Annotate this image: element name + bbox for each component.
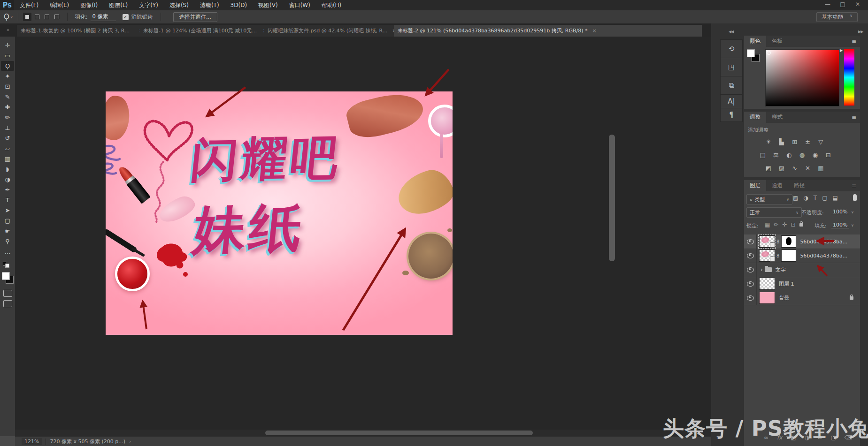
eyedropper-tool[interactable]: ✎ xyxy=(1,92,14,102)
layer-thumbnail[interactable] xyxy=(759,278,775,290)
toolbar-expand-icon[interactable]: » xyxy=(7,27,9,32)
workspace-switcher[interactable]: 基本功能 ∨ xyxy=(816,12,858,22)
zoom-tool[interactable]: ⚲ xyxy=(1,236,14,246)
group-disclosure-icon[interactable]: › xyxy=(760,266,763,273)
doc-tab-2[interactable]: 未标题-1 @ 124% (全场通用 满100元 减10元, R... × xyxy=(139,25,271,37)
panel-menu-icon[interactable]: ≡ xyxy=(852,182,856,189)
status-chevron-icon[interactable]: › xyxy=(129,438,131,445)
visibility-toggle[interactable] xyxy=(744,291,757,305)
layer-thumbnail[interactable] xyxy=(759,249,775,262)
visibility-toggle[interactable] xyxy=(744,277,757,291)
clone-source-panel-button[interactable]: ⧉ xyxy=(720,76,743,95)
hand-tool[interactable]: ☛ xyxy=(1,226,14,236)
collapse-panels-icon[interactable]: ◀◀ xyxy=(729,30,733,34)
menu-file[interactable]: 文件(F) xyxy=(14,0,44,10)
new-selection-button[interactable] xyxy=(23,13,31,21)
color-balance-icon[interactable]: ⚖ xyxy=(770,150,782,159)
filter-adjustment-icon[interactable]: ◑ xyxy=(803,195,808,201)
layer-row-background[interactable]: 背景 xyxy=(744,291,860,305)
blend-mode-select[interactable]: 正常 ∨ xyxy=(746,207,802,218)
clone-stamp-tool[interactable]: ⊥ xyxy=(1,123,14,133)
maximize-button[interactable]: □ xyxy=(835,0,850,9)
dodge-tool[interactable]: ◑ xyxy=(1,174,14,184)
hue-bar[interactable] xyxy=(844,49,854,106)
lasso-tool[interactable]: Ϙ xyxy=(1,61,14,71)
layer-mask-thumbnail[interactable] xyxy=(781,235,796,248)
screen-mode-button[interactable] xyxy=(3,300,12,307)
tab-close-icon[interactable]: × xyxy=(592,28,596,34)
intersect-selection-button[interactable] xyxy=(53,13,61,21)
menu-type[interactable]: 文字(Y) xyxy=(133,0,164,10)
eraser-tool[interactable]: ▱ xyxy=(1,144,14,153)
gradient-map-icon[interactable]: ▦ xyxy=(815,163,826,173)
black-white-icon[interactable]: ◐ xyxy=(784,150,795,159)
layer-name[interactable]: 背景 xyxy=(779,295,789,302)
panel-menu-icon[interactable]: ≡ xyxy=(852,38,856,45)
tab-channels[interactable]: 通道 xyxy=(766,180,788,191)
saturation-brightness-box[interactable] xyxy=(765,49,839,106)
spot-healing-tool[interactable]: ✚ xyxy=(1,102,14,112)
visibility-toggle[interactable] xyxy=(744,263,757,277)
chevron-down-icon[interactable]: ∨ xyxy=(851,210,854,214)
marquee-tool[interactable]: ▭ xyxy=(1,51,14,60)
menu-select[interactable]: 选择(S) xyxy=(164,0,194,10)
default-colors-icon[interactable] xyxy=(3,262,9,267)
color-lookup-icon[interactable]: ⊟ xyxy=(822,150,834,159)
close-button[interactable]: ✕ xyxy=(850,0,865,9)
selective-color-icon[interactable]: ✕ xyxy=(802,163,813,173)
tab-adjustments[interactable]: 调整 xyxy=(744,112,766,123)
pen-tool[interactable]: ✒ xyxy=(1,185,14,195)
hue-saturation-icon[interactable]: ▤ xyxy=(757,150,768,159)
rectangle-tool[interactable]: ▢ xyxy=(1,216,14,226)
lock-transparent-icon[interactable]: ▦ xyxy=(765,221,770,228)
layer-name[interactable]: 图层 1 xyxy=(779,280,794,287)
chevron-down-icon[interactable]: ∨ xyxy=(851,223,854,227)
menu-layer[interactable]: 图层(L) xyxy=(103,0,133,10)
layer-row-text-group[interactable]: › 文字 xyxy=(744,263,860,277)
layer-row-smart-object-2[interactable]: 8 56bd04a4378ba... xyxy=(744,249,860,263)
type-tool[interactable]: T xyxy=(1,195,14,205)
menu-help[interactable]: 帮助(H) xyxy=(316,0,347,10)
levels-icon[interactable]: ▙ xyxy=(776,137,787,146)
menu-3d[interactable]: 3D(D) xyxy=(225,0,253,10)
character-panel-button[interactable]: A| xyxy=(720,94,743,108)
horizontal-scrollbar-track[interactable] xyxy=(15,430,711,436)
filter-toggle-pin[interactable] xyxy=(853,194,857,201)
add-selection-button[interactable] xyxy=(33,13,41,21)
zoom-level-field[interactable]: 121% xyxy=(22,438,42,445)
lock-position-icon[interactable]: ✛ xyxy=(782,221,787,228)
color-fg-swatch[interactable] xyxy=(747,49,755,57)
layer-row-layer1[interactable]: 图层 1 xyxy=(744,277,860,291)
horizontal-scrollbar[interactable] xyxy=(265,431,533,435)
quick-mask-button[interactable] xyxy=(3,290,12,297)
fill-value[interactable]: 100% xyxy=(831,222,849,228)
subtract-selection-button[interactable] xyxy=(43,13,51,21)
layer-name[interactable]: 56bd04a4378ba... xyxy=(800,253,847,259)
photo-filter-icon[interactable]: ◍ xyxy=(796,150,807,159)
blur-tool[interactable]: ◗ xyxy=(1,164,14,174)
menu-window[interactable]: 窗口(W) xyxy=(284,0,316,10)
current-tool-preview[interactable]: Ϙ ∨ xyxy=(4,13,13,21)
move-tool[interactable]: ✛ xyxy=(1,40,14,50)
crop-tool[interactable]: ⊡ xyxy=(1,82,14,91)
exposure-icon[interactable]: ± xyxy=(802,137,813,146)
tab-paths[interactable]: 路径 xyxy=(788,180,810,191)
curves-icon[interactable]: ⊞ xyxy=(789,137,800,146)
opacity-value[interactable]: 100% xyxy=(831,209,849,215)
color-cursor[interactable] xyxy=(767,51,771,55)
vertical-scrollbar[interactable] xyxy=(609,135,615,261)
visibility-toggle[interactable] xyxy=(744,234,757,249)
quick-selection-tool[interactable]: ✦ xyxy=(1,71,14,81)
vibrance-icon[interactable]: ▽ xyxy=(815,137,826,146)
path-selection-tool[interactable]: ➤ xyxy=(1,205,14,215)
menu-edit[interactable]: 编辑(E) xyxy=(44,0,75,10)
filter-smart-object-icon[interactable]: ⬓ xyxy=(833,195,838,201)
lock-artboard-icon[interactable]: ⊡ xyxy=(791,221,795,228)
invert-icon[interactable]: ◩ xyxy=(763,163,774,173)
posterize-icon[interactable]: ▨ xyxy=(776,163,787,173)
tab-swatches[interactable]: 色板 xyxy=(766,36,788,47)
paragraph-panel-button[interactable]: ¶ xyxy=(720,108,743,122)
menu-image[interactable]: 图像(I) xyxy=(75,0,103,10)
canvas-area[interactable]: 闪耀吧 妹纸 xyxy=(15,37,711,430)
panel-menu-icon[interactable]: ≡ xyxy=(852,114,856,121)
